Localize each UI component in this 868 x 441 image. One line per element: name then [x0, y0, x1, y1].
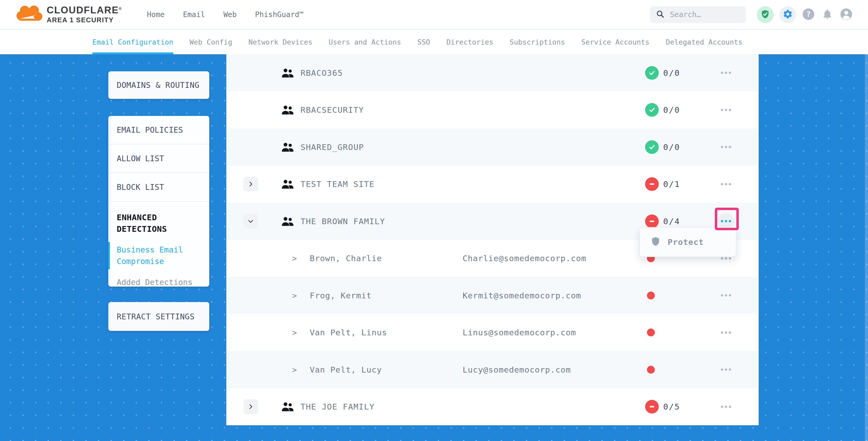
- sidebar-card-retract-settings[interactable]: RETRACT SETTINGS: [108, 302, 209, 331]
- settings-button[interactable]: [779, 6, 796, 23]
- group-icon: [281, 216, 294, 226]
- top-nav-item-home[interactable]: Home: [147, 10, 164, 19]
- top-header: CLOUDFLARE® AREA 1 SECURITY HomeEmailWeb…: [0, 0, 868, 30]
- sidebar-card-domains-routing[interactable]: DOMAINS & ROUTING: [108, 71, 209, 99]
- group-name: RBACO365: [301, 68, 343, 77]
- table-row-rbacsecurity: RBACSECURITY0/0: [226, 92, 758, 129]
- table-row-van-pelt-linus: >Van Pelt, LinusLinus@somedemocorp.com: [226, 314, 758, 351]
- member-name: Van Pelt, Linus: [310, 328, 387, 337]
- tab-sso[interactable]: SSO: [417, 30, 430, 54]
- group-count: 0/0: [663, 105, 680, 115]
- top-nav-item-email[interactable]: Email: [183, 10, 205, 19]
- cloudflare-logo: CLOUDFLARE® AREA 1 SECURITY: [16, 5, 122, 24]
- row-actions-menu-van-pelt-linus[interactable]: [717, 324, 734, 341]
- sidebar-item-allow-list[interactable]: ALLOW LIST: [108, 144, 209, 172]
- group-count: 0/0: [663, 68, 680, 77]
- header-icon-row: ?: [757, 6, 853, 23]
- table-row-shared-group: SHARED_GROUP0/0: [226, 128, 758, 166]
- sidebar-item-domains-routing[interactable]: DOMAINS & ROUTING: [117, 81, 199, 90]
- sidebar-item-email-policies[interactable]: EMAIL POLICIES: [108, 116, 209, 144]
- notifications-button[interactable]: [821, 8, 834, 21]
- expand-right-button[interactable]: [243, 399, 258, 414]
- help-icon: ?: [802, 8, 815, 22]
- tab-network-devices[interactable]: Network Devices: [248, 30, 312, 54]
- member-chevron-icon: >: [292, 328, 297, 337]
- member-chevron-icon: >: [292, 365, 297, 374]
- tab-service-accounts[interactable]: Service Accounts: [581, 30, 650, 54]
- row-context-menu[interactable]: Protect: [639, 227, 736, 257]
- search-box[interactable]: [650, 6, 746, 23]
- group-count: 0/0: [663, 143, 680, 152]
- status-dot: [647, 328, 655, 336]
- tab-delegated-accounts[interactable]: Delegated Accounts: [666, 30, 743, 54]
- tab-subscriptions[interactable]: Subscriptions: [509, 30, 565, 54]
- sidebar-heading-enhanced-detections[interactable]: ENHANCED DETECTIONS: [108, 212, 201, 235]
- table-row-test-team-site: TEST TEAM SITE0/1: [226, 166, 758, 203]
- row-actions-menu-the-joe-family[interactable]: [717, 398, 734, 415]
- row-actions-menu-shared-group[interactable]: [717, 139, 734, 155]
- tab-web-config[interactable]: Web Config: [190, 30, 232, 54]
- security-shield-status-button[interactable]: [757, 6, 774, 23]
- status-badge-minus: [645, 215, 659, 228]
- row-actions-menu-rbacsecurity[interactable]: [717, 101, 734, 118]
- cloudflare-cloud-icon: [16, 5, 43, 23]
- row-actions-menu-van-pelt-lucy[interactable]: [717, 361, 734, 378]
- shield-check-icon: [760, 9, 770, 20]
- avatar-icon: [840, 8, 852, 22]
- table-row-the-joe-family: THE JOE FAMILY0/5: [226, 388, 758, 426]
- page-background: DOMAINS & ROUTING EMAIL POLICIESALLOW LI…: [0, 54, 868, 441]
- tab-email-configuration[interactable]: Email Configuration: [92, 30, 173, 54]
- bell-icon: [822, 8, 833, 21]
- table-row-rbaco365: RBACO3650/0: [226, 54, 758, 92]
- group-icon: [281, 105, 294, 115]
- member-chevron-icon: >: [292, 254, 297, 263]
- shield-icon: [650, 236, 661, 248]
- search-input[interactable]: [670, 10, 740, 19]
- member-email: Lucy@somedemocorp.com: [463, 365, 571, 374]
- account-button[interactable]: [840, 8, 853, 21]
- member-chevron-icon: >: [292, 291, 297, 300]
- top-nav-item-phishguard[interactable]: PhishGuard™: [255, 10, 304, 19]
- group-name: THE JOE FAMILY: [301, 402, 374, 411]
- sidebar-section-enhanced-detections: ENHANCED DETECTIONS Business Email Compr…: [108, 201, 209, 288]
- group-name: RBACSECURITY: [301, 105, 364, 115]
- status-dot: [647, 366, 655, 374]
- group-count: 0/4: [663, 217, 680, 226]
- member-email: Kermit@somedemocorp.com: [463, 291, 581, 300]
- context-menu-item-protect[interactable]: Protect: [668, 237, 704, 247]
- expand-down-button[interactable]: [243, 214, 258, 229]
- row-actions-menu-rbaco365[interactable]: [717, 64, 734, 81]
- row-actions-menu-frog-kermit[interactable]: [717, 287, 734, 304]
- status-badge-minus: [645, 177, 659, 191]
- status-badge-check: [645, 140, 659, 154]
- search-icon: [656, 10, 665, 20]
- sidebar-item-business-email-compromise[interactable]: Business Email Compromise: [108, 244, 201, 267]
- status-badge-minus: [645, 400, 659, 413]
- tab-directories[interactable]: Directories: [446, 30, 493, 54]
- member-email: Charlie@somedemocorp.com: [463, 254, 586, 263]
- status-badge-check: [645, 66, 659, 80]
- gear-icon: [782, 9, 793, 21]
- row-actions-menu-test-team-site[interactable]: [717, 176, 734, 192]
- sidebar-item-retract-settings[interactable]: RETRACT SETTINGS: [117, 312, 194, 321]
- table-row-van-pelt-lucy: >Van Pelt, LucyLucy@somedemocorp.com: [226, 351, 758, 388]
- sidebar-item-block-list[interactable]: BLOCK LIST: [108, 172, 209, 201]
- top-nav: HomeEmailWebPhishGuard™: [147, 10, 304, 19]
- group-icon: [281, 142, 294, 152]
- member-name: Brown, Charlie: [310, 254, 382, 263]
- tab-users-and-actions[interactable]: Users and Actions: [329, 30, 401, 54]
- status-badge-check: [645, 103, 659, 117]
- group-count: 0/5: [663, 402, 680, 411]
- help-button[interactable]: ?: [802, 8, 815, 21]
- member-email: Linus@somedemocorp.com: [463, 328, 576, 337]
- group-name: SHARED_GROUP: [301, 143, 364, 152]
- group-icon: [281, 68, 294, 78]
- sidebar-item-added-detections[interactable]: Added Detections: [108, 277, 201, 288]
- expand-right-button[interactable]: [243, 177, 258, 191]
- brand-subname: AREA 1 SECURITY: [47, 17, 122, 24]
- top-nav-item-web[interactable]: Web: [223, 10, 237, 19]
- status-dot: [647, 291, 655, 300]
- member-name: Frog, Kermit: [310, 291, 372, 300]
- group-count: 0/1: [663, 179, 680, 189]
- group-icon: [281, 402, 294, 412]
